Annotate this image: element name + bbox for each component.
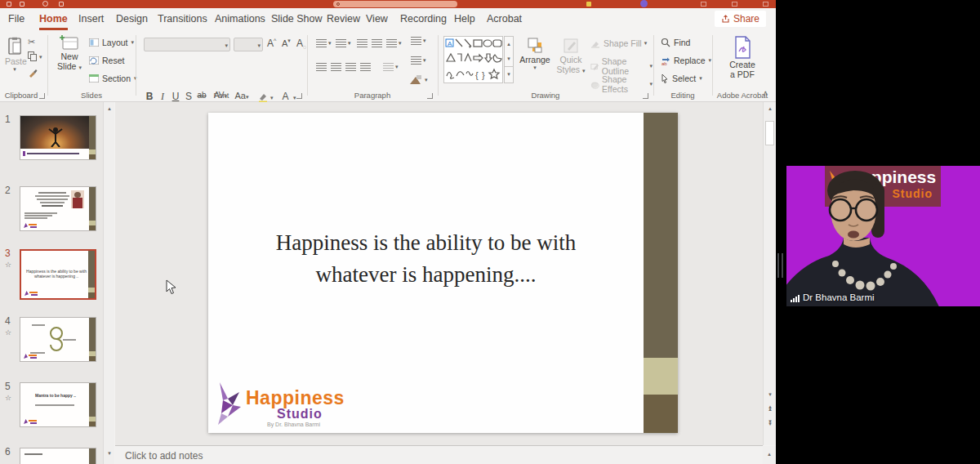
slide-thumbnail-3-selected[interactable]: Happiness is the ability to be with what… <box>20 249 96 300</box>
tab-slide-show[interactable]: Slide Show <box>271 8 323 30</box>
tab-home[interactable]: Home <box>39 8 68 30</box>
tab-transitions[interactable]: Transitions <box>158 8 207 30</box>
tab-design[interactable]: Design <box>116 8 148 30</box>
tab-acrobat[interactable]: Acrobat <box>487 8 522 30</box>
group-drawing: A { <box>439 30 653 102</box>
slide-accent-band <box>644 113 678 433</box>
font-name-combobox[interactable]: ▾ <box>144 38 230 51</box>
webcam-video-feed[interactable]: Happiness Studio <box>786 166 980 306</box>
replace-button[interactable]: ab Replace▾ <box>661 56 711 65</box>
shape-fill-button[interactable]: Shape Fill▾ <box>590 38 647 48</box>
slide-thumbnail-1[interactable] <box>20 115 96 160</box>
bird-logo-icon <box>215 381 246 426</box>
paragraph-dialog-launcher-icon[interactable] <box>427 93 433 99</box>
mouse-cursor <box>166 279 176 295</box>
ribbon-tab-bar: File Home Insert Design Transitions Anim… <box>0 8 776 30</box>
reset-button[interactable]: Reset <box>89 56 124 65</box>
smartart-icon[interactable] <box>409 74 422 86</box>
pin-icon[interactable] <box>59 2 64 7</box>
restore-button[interactable] <box>732 2 737 7</box>
shape-outline-button[interactable]: Shape Outline▾ <box>590 56 653 76</box>
align-text-icon[interactable] <box>411 56 421 65</box>
previous-slide-button[interactable]: ▴▴ <box>764 404 776 412</box>
slide-title-text[interactable]: Happiness is the ability to be with what… <box>208 227 644 291</box>
tab-insert[interactable]: Insert <box>78 8 104 30</box>
tab-review[interactable]: Review <box>327 8 360 30</box>
thumb-logo <box>24 223 37 228</box>
shapes-gallery-scroll[interactable]: ▴ ▾ ▾ <box>504 36 514 83</box>
close-button[interactable] <box>763 2 768 7</box>
panel-splitter-handle[interactable] <box>777 253 783 278</box>
avatar[interactable] <box>640 0 648 7</box>
bullets-icon[interactable] <box>316 39 327 47</box>
layout-button[interactable]: Layout▾ <box>89 38 134 47</box>
scroll-down-icon[interactable]: ▾ <box>764 390 776 399</box>
font-dialog-launcher-icon[interactable] <box>296 93 302 99</box>
scroll-down-icon[interactable]: ▾ <box>104 448 115 458</box>
tab-file[interactable]: File <box>8 8 24 30</box>
current-slide[interactable]: Happiness is the ability to be with what… <box>208 113 678 433</box>
justify-icon[interactable] <box>360 63 371 71</box>
columns-icon[interactable] <box>383 63 394 71</box>
notification-icon[interactable] <box>586 2 591 7</box>
save-icon[interactable] <box>7 2 11 7</box>
slide-thumbnail-5[interactable]: Mantra to be happy .. <box>20 382 96 427</box>
text-direction-icon[interactable] <box>411 37 421 45</box>
arrange-button[interactable]: Arrange ▾ <box>519 37 551 71</box>
slide-number: 2 <box>5 185 16 196</box>
thumbnail-scrollbar[interactable]: ▴ ▾ <box>103 102 114 464</box>
scroll-up-icon[interactable]: ▴ <box>104 104 115 114</box>
undo-icon[interactable] <box>20 2 24 7</box>
tab-view[interactable]: View <box>366 8 388 30</box>
scroll-up-icon[interactable]: ▴ <box>764 449 775 459</box>
numbering-icon[interactable] <box>336 39 346 47</box>
shrink-font-button[interactable]: A▾ <box>282 38 291 48</box>
select-button[interactable]: Select▾ <box>661 74 702 83</box>
slide-thumbnail-2[interactable] <box>20 186 96 231</box>
minimize-button[interactable] <box>701 2 706 7</box>
redo-icon[interactable] <box>42 1 48 7</box>
new-slide-button[interactable]: New Slide ▾ <box>55 35 84 71</box>
clear-formatting-button[interactable]: A◌ <box>296 38 306 50</box>
tab-help[interactable]: Help <box>454 8 475 30</box>
next-slide-button[interactable]: ▾▾ <box>764 419 776 426</box>
create-pdf-button[interactable]: Create a PDF <box>724 35 760 79</box>
search-input[interactable] <box>333 1 457 7</box>
collapse-ribbon-button[interactable]: ∧ <box>763 89 768 97</box>
share-button[interactable]: Share <box>715 11 766 27</box>
section-button[interactable]: Section▾ <box>89 74 137 83</box>
format-painter-button[interactable] <box>28 68 38 78</box>
drawing-dialog-launcher-icon[interactable] <box>643 93 648 99</box>
slide-thumbnail-4[interactable] <box>20 317 96 362</box>
main-scrollbar[interactable]: ▴ ▾ ▴▴ ▾▾ <box>763 102 776 445</box>
cut-button[interactable]: ✂ <box>28 37 35 47</box>
find-button[interactable]: Find <box>661 38 690 47</box>
quick-styles-button[interactable]: Quick Styles ▾ <box>555 37 587 74</box>
increase-indent-icon[interactable] <box>372 39 382 47</box>
font-size-combobox[interactable]: ▾ <box>234 38 263 51</box>
slide-editing-canvas[interactable]: Happiness is the ability to be with what… <box>115 102 763 445</box>
line-spacing-icon[interactable] <box>386 39 397 47</box>
shapes-gallery[interactable]: A { <box>443 36 503 83</box>
clipboard-dialog-launcher-icon[interactable] <box>39 93 45 99</box>
align-center-icon[interactable] <box>331 63 341 71</box>
align-left-icon[interactable] <box>316 63 327 71</box>
slide-thumbnail-6[interactable] <box>20 448 96 464</box>
screen: File Home Insert Design Transitions Anim… <box>0 0 980 464</box>
grow-font-button[interactable]: A^ <box>267 38 276 49</box>
scroll-up-icon[interactable]: ▴ <box>764 104 776 114</box>
decrease-indent-icon[interactable] <box>357 39 368 47</box>
signal-bars-icon <box>791 295 800 302</box>
scrollbar-thumb[interactable] <box>765 121 774 145</box>
tab-recording[interactable]: Recording <box>400 8 447 30</box>
notes-placeholder[interactable]: Click to add notes <box>125 450 203 462</box>
svg-text:}: } <box>482 70 485 80</box>
thumb-logo <box>24 419 37 424</box>
align-right-icon[interactable] <box>345 63 356 71</box>
paste-button[interactable]: Paste ▾ <box>5 37 24 83</box>
search-icon <box>336 2 340 6</box>
notes-scrollbar[interactable]: ▴ <box>763 446 776 464</box>
svg-text:ab: ab <box>662 61 667 66</box>
notes-pane[interactable]: Click to add notes <box>115 445 763 464</box>
tab-animations[interactable]: Animations <box>215 8 265 30</box>
